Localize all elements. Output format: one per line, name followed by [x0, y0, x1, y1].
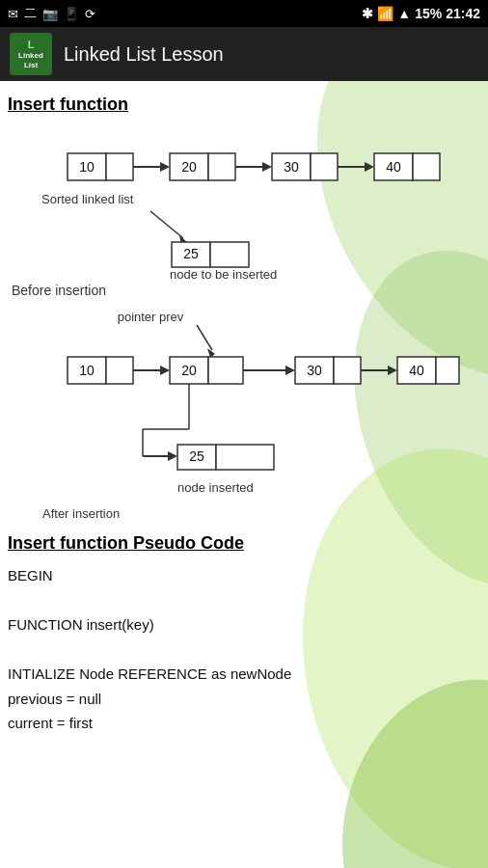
- after-insertion-diagram: pointer prev 10 20 30: [8, 304, 480, 526]
- main-content: Insert function 10 20 30: [0, 81, 488, 868]
- sim-icon: 📱: [64, 7, 79, 21]
- svg-text:25: 25: [189, 448, 204, 464]
- sorted-list-svg: 10 20 30 40 Sorted linked list: [8, 124, 471, 279]
- bluetooth-icon: ✱: [362, 6, 373, 21]
- camera-icon: 📷: [42, 7, 58, 21]
- sorted-list-diagram: 10 20 30 40 Sorted linked list: [8, 124, 480, 298]
- svg-rect-57: [216, 445, 274, 470]
- svg-text:node to be inserted: node to be inserted: [170, 267, 277, 279]
- svg-rect-44: [334, 357, 361, 384]
- svg-text:20: 20: [181, 159, 197, 175]
- svg-text:40: 40: [386, 159, 401, 175]
- svg-text:node inserted: node inserted: [177, 480, 254, 495]
- svg-marker-8: [160, 162, 170, 172]
- svg-text:pointer prev: pointer prev: [118, 310, 184, 324]
- svg-text:20: 20: [181, 363, 197, 378]
- svg-marker-18: [365, 162, 374, 172]
- pseudo-line-previous: previous = null: [8, 687, 480, 712]
- svg-text:10: 10: [79, 159, 95, 175]
- svg-rect-39: [208, 357, 243, 384]
- title-bar: L Linked List Linked List Lesson: [0, 27, 488, 81]
- status-bar: ✉ ⼆ 📷 📱 ⟳ ✱ 📶 ▲ 15% 21:42: [0, 0, 488, 27]
- svg-rect-21: [413, 153, 440, 180]
- svg-rect-16: [311, 153, 338, 180]
- battery-text: 15%: [415, 6, 442, 21]
- svg-marker-13: [262, 162, 272, 172]
- svg-line-30: [197, 325, 212, 350]
- svg-rect-11: [208, 153, 235, 180]
- svg-rect-6: [106, 153, 133, 180]
- pseudo-code-heading: Insert function Pseudo Code: [8, 533, 480, 554]
- svg-text:40: 40: [409, 363, 424, 378]
- svg-rect-49: [436, 357, 459, 384]
- pseudo-line-blank2: [8, 637, 480, 663]
- pseudo-line-initialize: INTIALIZE Node REFERENCE as newNode: [8, 662, 480, 687]
- signal-icon: ▲: [397, 6, 411, 21]
- time-text: 21:42: [446, 6, 480, 21]
- svg-marker-36: [160, 366, 170, 375]
- svg-text:Sorted linked list: Sorted linked list: [41, 192, 134, 206]
- insert-function-heading: Insert function: [8, 95, 480, 115]
- app-title: Linked List Lesson: [64, 43, 224, 66]
- insertion-svg: pointer prev 10 20 30: [8, 304, 471, 526]
- pseudo-line-blank1: [8, 588, 480, 613]
- email-icon: ✉: [8, 7, 18, 21]
- wifi-icon: 📶: [377, 6, 393, 21]
- refresh-icon: ⟳: [85, 7, 95, 21]
- svg-text:30: 30: [307, 363, 322, 378]
- app-icon: L Linked List: [10, 33, 52, 75]
- svg-marker-41: [285, 366, 295, 375]
- svg-line-23: [150, 211, 183, 238]
- status-icons-left: ✉ ⼆ 📷 📱 ⟳: [8, 5, 95, 22]
- pseudo-code-block: BEGIN FUNCTION insert(key) INTIALIZE Nod…: [8, 563, 480, 736]
- pseudo-line-function: FUNCTION insert(key): [8, 612, 480, 637]
- svg-text:25: 25: [183, 246, 199, 261]
- svg-rect-34: [106, 357, 133, 384]
- pseudo-line-current: current = first: [8, 711, 480, 736]
- svg-text:10: 10: [79, 363, 95, 378]
- svg-rect-27: [210, 242, 249, 267]
- usb-icon: ⼆: [24, 5, 37, 22]
- pseudo-line-begin: BEGIN: [8, 563, 480, 588]
- status-right: ✱ 📶 ▲ 15% 21:42: [362, 6, 480, 21]
- svg-marker-46: [388, 366, 397, 375]
- svg-text:30: 30: [284, 159, 299, 175]
- before-insertion-label: Before insertion: [12, 283, 106, 298]
- svg-text:After insertion: After insertion: [42, 506, 120, 521]
- svg-marker-54: [168, 451, 177, 461]
